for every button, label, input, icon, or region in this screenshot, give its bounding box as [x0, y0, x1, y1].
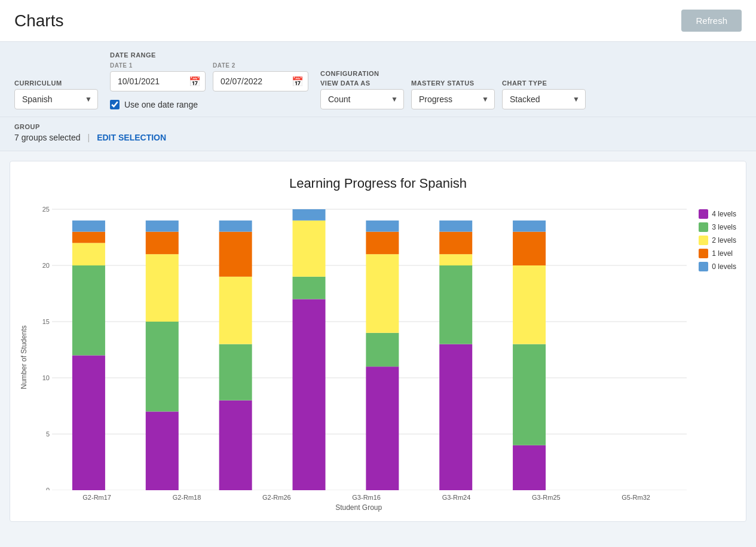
chart-type-filter: CHART TYPE Stacked Grouped ▼	[502, 80, 586, 109]
svg-rect-34	[366, 232, 399, 255]
svg-rect-39	[439, 232, 472, 255]
view-data-as-select[interactable]: Count Percent	[320, 89, 404, 109]
date2-input-wrapper: 📅	[213, 71, 308, 91]
svg-rect-38	[439, 254, 472, 265]
svg-rect-22	[219, 401, 252, 490]
svg-rect-40	[439, 221, 472, 232]
date-range-label: DATE RANGE	[110, 51, 308, 59]
mastery-status-select[interactable]: Progress Mastered Not Started	[411, 89, 495, 109]
mastery-status-label: MASTERY STATUS	[411, 80, 495, 87]
legend-item: 1 level	[699, 249, 736, 258]
svg-rect-41	[513, 445, 546, 490]
svg-rect-21	[146, 221, 179, 232]
legend-item-label: 2 levels	[712, 236, 736, 245]
config-selects: VIEW DATA AS Count Percent ▼ MASTERY STA…	[320, 80, 586, 109]
date2-label: DATE 2	[213, 62, 308, 69]
use-date-range-row: Use one date range	[110, 100, 308, 109]
svg-text:10: 10	[42, 374, 50, 381]
group-info: 7 groups selected | EDIT SELECTION	[14, 133, 742, 142]
legend-color-box	[699, 222, 708, 232]
svg-rect-43	[513, 265, 546, 344]
x-tick-label: G5-Rm32	[591, 494, 681, 501]
chart-type-select[interactable]: Stacked Grouped	[502, 89, 586, 109]
date1-label: DATE 1	[110, 62, 206, 69]
refresh-button[interactable]: Refresh	[681, 10, 742, 32]
legend-item: 0 levels	[699, 262, 736, 271]
svg-rect-30	[293, 209, 326, 221]
legend-item-label: 3 levels	[712, 223, 736, 231]
page-title: Charts	[14, 11, 63, 30]
x-tick-label: G3-Rm24	[411, 494, 501, 501]
x-axis-label: Student Group	[30, 503, 687, 512]
legend-item-label: 4 levels	[712, 210, 736, 218]
svg-rect-17	[146, 411, 179, 490]
date-range-section: DATE RANGE DATE 1 📅 DATE 2 📅	[110, 51, 308, 109]
use-date-range-checkbox[interactable]	[110, 100, 120, 109]
svg-rect-18	[146, 322, 179, 411]
filters-section: CURRICULUM Spanish Math English ▼ DATE R…	[0, 42, 756, 117]
svg-rect-12	[72, 355, 105, 490]
legend-item-label: 0 levels	[712, 262, 736, 271]
svg-rect-14	[72, 243, 105, 265]
curriculum-filter: CURRICULUM Spanish Math English ▼	[14, 80, 98, 109]
chart-container: Learning Progress for Spanish Number of …	[10, 161, 746, 522]
svg-rect-44	[513, 232, 546, 265]
svg-rect-24	[219, 277, 252, 344]
x-axis: G2-Rm17G2-Rm18G2-Rm26G3-Rm16G3-Rm24G3-Rm…	[30, 490, 687, 501]
x-tick-label: G2-Rm18	[142, 494, 231, 501]
svg-text:20: 20	[42, 262, 50, 269]
date2-input[interactable]	[213, 71, 308, 91]
chart-type-wrapper: Stacked Grouped ▼	[502, 89, 586, 109]
legend-color-box	[699, 209, 708, 219]
mastery-status-wrapper: Progress Mastered Not Started ▼	[411, 89, 495, 109]
filter-row: CURRICULUM Spanish Math English ▼ DATE R…	[14, 51, 742, 109]
mastery-status-filter: MASTERY STATUS Progress Mastered Not Sta…	[411, 80, 495, 109]
group-divider: |	[88, 133, 90, 142]
view-data-as-label: VIEW DATA AS	[320, 80, 404, 87]
legend-color-box	[699, 262, 708, 271]
edit-selection-link[interactable]: EDIT SELECTION	[97, 133, 166, 142]
curriculum-select-wrapper: Spanish Math English ▼	[14, 89, 98, 109]
date1-input-wrapper: 📅	[110, 71, 206, 91]
svg-rect-13	[72, 265, 105, 355]
legend-item: 3 levels	[699, 222, 736, 232]
date2-group: DATE 2 📅	[213, 62, 308, 91]
legend-color-box	[699, 249, 708, 258]
svg-rect-19	[146, 254, 179, 322]
curriculum-label: CURRICULUM	[14, 80, 98, 87]
svg-rect-16	[72, 221, 105, 232]
group-section: GROUP 7 groups selected | EDIT SELECTION	[0, 117, 756, 151]
group-count: 7 groups selected	[14, 133, 81, 142]
legend-item-label: 1 level	[712, 249, 733, 258]
svg-rect-37	[439, 265, 472, 344]
svg-rect-25	[219, 232, 252, 277]
x-tick-label: G3-Rm16	[322, 494, 411, 501]
svg-rect-23	[219, 344, 252, 401]
legend-item: 4 levels	[699, 209, 736, 219]
curriculum-select[interactable]: Spanish Math English	[14, 89, 98, 109]
chart-inner: 0510152025 G2-Rm17G2-Rm18G2-Rm26G3-Rm16G…	[30, 203, 687, 512]
svg-rect-45	[513, 221, 546, 232]
svg-text:0: 0	[46, 487, 50, 490]
svg-rect-42	[513, 344, 546, 445]
y-axis-label: Number of Students	[20, 203, 28, 512]
svg-rect-20	[146, 232, 179, 255]
chart-area: Number of Students 0510152025 G2-Rm17G2-…	[20, 203, 736, 512]
view-data-as-wrapper: Count Percent ▼	[320, 89, 404, 109]
x-tick-label: G2-Rm17	[52, 494, 142, 501]
svg-text:15: 15	[42, 318, 50, 325]
view-data-as-filter: VIEW DATA AS Count Percent ▼	[320, 80, 404, 109]
svg-rect-28	[293, 277, 326, 300]
configuration-section: CONFIGURATION VIEW DATA AS Count Percent…	[320, 70, 586, 109]
date1-input[interactable]	[110, 71, 206, 91]
svg-rect-26	[219, 221, 252, 232]
svg-rect-33	[366, 254, 399, 333]
group-label: GROUP	[14, 123, 742, 130]
chart-legend: 4 levels3 levels2 levels1 level0 levels	[699, 203, 736, 512]
chart-type-label: CHART TYPE	[502, 80, 586, 87]
legend-color-box	[699, 236, 708, 245]
svg-rect-29	[293, 221, 326, 277]
use-date-range-label: Use one date range	[124, 100, 198, 109]
svg-rect-36	[439, 344, 472, 490]
legend-item: 2 levels	[699, 236, 736, 245]
